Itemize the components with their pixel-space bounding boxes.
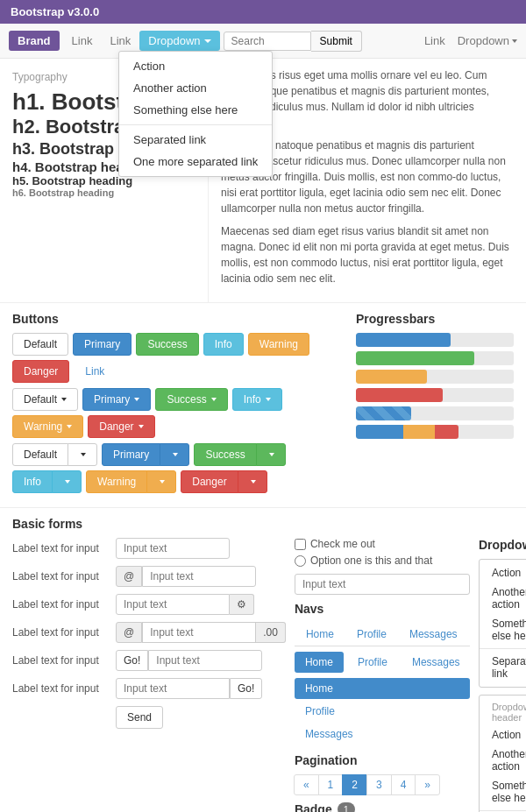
nav-pill-messages[interactable]: Messages — [402, 652, 471, 673]
form-row-3: Label text for input ⚙ — [12, 594, 286, 615]
navbar-link-2[interactable]: Link — [101, 31, 139, 51]
dd2-something[interactable]: Something else here — [480, 776, 526, 808]
btn-default-split[interactable]: Default — [12, 443, 68, 466]
nav-stacked-profile[interactable]: Profile — [295, 701, 470, 722]
nav-tab-home[interactable]: Home — [295, 623, 345, 646]
dd1-another[interactable]: Another action — [480, 583, 526, 614]
btn-info-split[interactable]: Info — [12, 470, 53, 493]
forms-title: Basic forms — [12, 517, 514, 531]
submit-button[interactable]: Submit — [311, 31, 362, 52]
navbar-right-dropdown[interactable]: Dropdown — [458, 34, 517, 47]
btn-group-default: Default — [12, 443, 97, 466]
dropdown-item-one-more[interactable]: One more separated link — [119, 151, 272, 173]
btn-info[interactable]: Info — [203, 333, 244, 356]
navbar-dropdown-toggle[interactable]: Dropdown — [139, 31, 219, 51]
nav-stacked-messages[interactable]: Messages — [295, 724, 470, 745]
caret-icon — [266, 398, 271, 401]
page-prev[interactable]: « — [294, 774, 319, 795]
input-addon-gear: ⚙ — [230, 594, 254, 615]
nav-tabs: Home Profile Messages — [295, 623, 470, 646]
form-input-standalone[interactable] — [295, 574, 470, 595]
search-input[interactable] — [224, 32, 311, 51]
btn-danger-split[interactable]: Danger — [181, 470, 238, 493]
dd2-action[interactable]: Action — [480, 725, 526, 745]
dropdown-item-separated[interactable]: Separated link — [119, 129, 272, 151]
btn-success-split[interactable]: Success — [194, 443, 256, 466]
dropdown-list-2: Dropdown header Action Another action So… — [479, 695, 526, 812]
btn-link[interactable]: Link — [74, 360, 116, 383]
dropdown-caret-icon — [204, 39, 211, 43]
nav-tab-messages[interactable]: Messages — [398, 623, 469, 646]
page-3[interactable]: 3 — [366, 774, 392, 795]
btn-go-left[interactable]: Go! — [116, 650, 148, 671]
dd1-action[interactable]: Action — [480, 563, 526, 583]
forms-col: Label text for input Label text for inpu… — [12, 538, 286, 812]
btn-group-info: Info — [12, 470, 82, 493]
btn-info-dd[interactable]: Info — [232, 388, 282, 411]
dd1-divider — [480, 648, 526, 649]
btn-warning-split-dd[interactable] — [146, 470, 176, 493]
btn-primary[interactable]: Primary — [73, 333, 132, 356]
form-label-4: Label text for input — [12, 626, 109, 639]
buttons-section: Buttons Default Primary Success Info War… — [0, 302, 526, 507]
right-dropdown-caret-icon — [512, 39, 517, 43]
caret-icon — [134, 398, 139, 401]
nav-pill-home[interactable]: Home — [295, 652, 344, 673]
form-row-4: Label text for input @ .00 — [12, 622, 286, 643]
btn-primary-dd[interactable]: Primary — [82, 388, 151, 411]
form-input-1[interactable] — [116, 538, 230, 559]
btn-warning-split[interactable]: Warning — [86, 470, 147, 493]
send-button[interactable]: Send — [116, 706, 163, 729]
dd1-separated[interactable]: Separated link — [480, 652, 526, 683]
badge-count: 1 — [338, 802, 355, 812]
input-group-4: @ .00 — [116, 622, 286, 643]
dd1-something[interactable]: Something else here — [480, 614, 526, 646]
page-next[interactable]: » — [415, 774, 440, 795]
radio-label: Option one is this and that — [310, 554, 432, 567]
btn-go-right[interactable]: Go! — [230, 678, 262, 699]
page-4[interactable]: 4 — [391, 774, 416, 795]
btn-warning-dd[interactable]: Warning — [12, 415, 83, 438]
btn-default[interactable]: Default — [12, 333, 68, 356]
form-input-6[interactable] — [116, 678, 230, 699]
dropdown-item-another[interactable]: Another action — [119, 77, 272, 99]
btn-success-dd[interactable]: Success — [155, 388, 227, 411]
btn-default-split-dd[interactable] — [68, 443, 97, 466]
page-2[interactable]: 2 — [342, 774, 367, 795]
checkbox-1[interactable] — [295, 539, 306, 550]
btn-primary-split[interactable]: Primary — [102, 443, 160, 466]
btn-primary-split-dd[interactable] — [160, 443, 189, 466]
forms-section: Basic forms Label text for input Label t… — [0, 507, 526, 812]
form-input-3[interactable] — [116, 594, 230, 615]
form-input-4[interactable] — [142, 622, 256, 643]
nav-stacked-home[interactable]: Home — [295, 678, 470, 699]
app-title: Bootstrap v3.0.0 — [11, 5, 99, 18]
radio-1[interactable] — [295, 555, 306, 567]
btn-info-split-dd[interactable] — [52, 470, 82, 493]
page-1[interactable]: 1 — [318, 774, 344, 795]
btn-danger-dd[interactable]: Danger — [88, 415, 154, 438]
btn-success[interactable]: Success — [136, 333, 198, 356]
btn-danger[interactable]: Danger — [12, 360, 69, 383]
caret-icon — [67, 425, 72, 428]
radio-row: Option one is this and that — [295, 554, 470, 567]
form-input-2[interactable] — [142, 566, 256, 587]
form-input-5[interactable] — [148, 650, 262, 671]
btn-row-3: Default Primary Success Info Warning — [12, 443, 347, 493]
badge-label: Badge — [295, 802, 332, 812]
navbar-brand[interactable]: Brand — [9, 31, 60, 51]
btn-success-split-dd[interactable] — [256, 443, 286, 466]
navbar-link-1[interactable]: Link — [63, 31, 102, 51]
nav-tab-profile[interactable]: Profile — [345, 623, 398, 646]
btn-warning[interactable]: Warning — [248, 333, 309, 356]
btn-danger-split-dd[interactable] — [238, 470, 267, 493]
dropdown-item-something[interactable]: Something else here — [119, 99, 272, 121]
btn-default-dd[interactable]: Default — [12, 388, 78, 411]
dropdown-item-action[interactable]: Action — [119, 55, 272, 77]
pagination-title: Pagination — [295, 753, 470, 767]
navbar-right-link[interactable]: Link — [416, 31, 454, 51]
nav-pill-profile[interactable]: Profile — [347, 652, 398, 673]
heading-h6: h6. Bootstrap heading — [12, 187, 195, 198]
dd2-another[interactable]: Another action — [480, 745, 526, 776]
dropdown-menu: Action Another action Something else her… — [118, 51, 273, 177]
